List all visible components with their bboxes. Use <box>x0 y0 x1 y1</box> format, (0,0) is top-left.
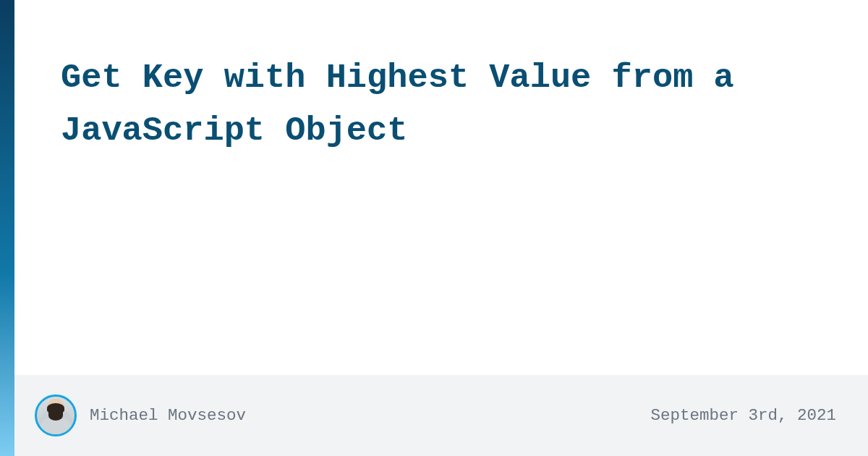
article-title: Get Key with Highest Value from a JavaSc… <box>61 52 825 158</box>
main-area: Get Key with Highest Value from a JavaSc… <box>14 0 868 375</box>
author-avatar <box>35 394 77 436</box>
footer-bar: Michael Movsesov September 3rd, 2021 <box>14 375 868 456</box>
publish-date: September 3rd, 2021 <box>650 406 836 425</box>
author-name: Michael Movsesov <box>90 406 246 425</box>
accent-bar <box>0 0 14 456</box>
content-container: Get Key with Highest Value from a JavaSc… <box>14 0 868 456</box>
author-block: Michael Movsesov <box>35 394 246 436</box>
